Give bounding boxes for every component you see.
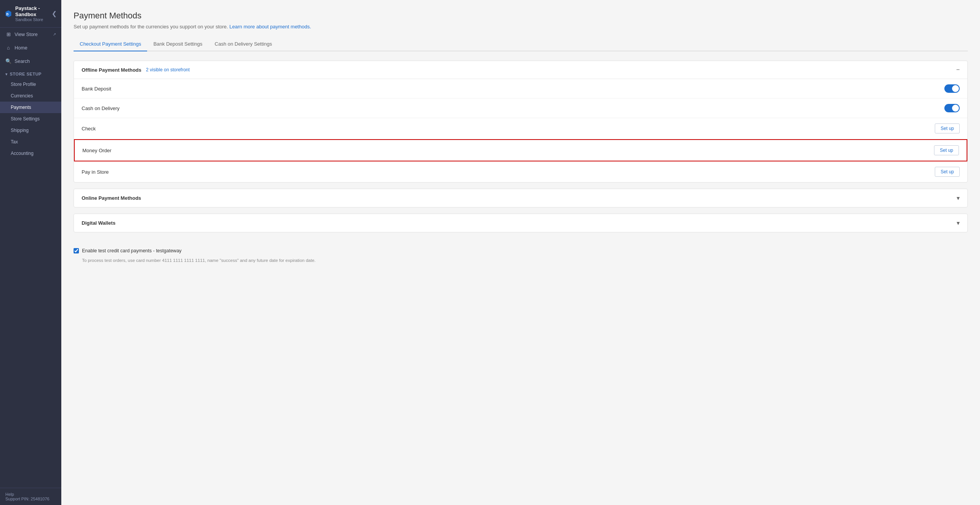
sidebar-item-label: View Store bbox=[15, 32, 38, 37]
payment-row-bank-deposit: Bank Deposit bbox=[74, 79, 967, 99]
page-description: Set up payment methods for the currencie… bbox=[74, 24, 968, 30]
sidebar-item-currencies[interactable]: Currencies bbox=[0, 90, 61, 102]
bank-deposit-toggle[interactable] bbox=[944, 84, 960, 93]
digital-wallets-header-left: Digital Wallets bbox=[82, 220, 115, 226]
test-card-info: To process test orders, use card number … bbox=[74, 258, 968, 263]
test-gateway-checkbox[interactable] bbox=[74, 248, 79, 253]
offline-section-chevron: − bbox=[956, 66, 960, 73]
sidebar-item-store-profile[interactable]: Store Profile bbox=[0, 79, 61, 90]
money-order-label: Money Order bbox=[82, 148, 111, 153]
sidebar-item-search[interactable]: 🔍 Search bbox=[0, 54, 61, 68]
digital-wallets-chevron: ▾ bbox=[957, 219, 960, 227]
sidebar-item-accounting[interactable]: Accounting bbox=[0, 148, 61, 159]
sidebar-item-store-settings[interactable]: Store Settings bbox=[0, 113, 61, 125]
test-gateway-info: Enable test credit card payments - testg… bbox=[82, 248, 182, 253]
main-content-area: Payment Methods Set up payment methods f… bbox=[61, 0, 980, 505]
section-label: Store Setup bbox=[10, 72, 42, 76]
sidebar-collapse-button[interactable]: ❮ bbox=[52, 10, 57, 17]
tab-bank-deposit[interactable]: Bank Deposit Settings bbox=[147, 37, 208, 51]
sidebar-item-tax[interactable]: Tax bbox=[0, 136, 61, 148]
digital-wallets-header[interactable]: Digital Wallets ▾ bbox=[74, 214, 967, 232]
store-sub: Sandbox Store bbox=[15, 17, 49, 22]
svg-text:B: B bbox=[6, 12, 8, 16]
learn-more-link[interactable]: Learn more about payment methods. bbox=[229, 24, 311, 30]
store-name: Paystack - Sandbox bbox=[15, 5, 49, 17]
online-section-chevron: ▾ bbox=[957, 194, 960, 202]
money-order-setup-button[interactable]: Set up bbox=[934, 145, 959, 155]
cash-on-delivery-slider bbox=[944, 104, 960, 112]
cash-on-delivery-label: Cash on Delivery bbox=[82, 105, 120, 111]
online-section-header[interactable]: Online Payment Methods ▾ bbox=[74, 189, 967, 207]
page-body: Payment Methods Set up payment methods f… bbox=[61, 0, 980, 505]
offline-section-badge: 2 visible on storefront bbox=[146, 67, 190, 72]
test-gateway-row: Enable test credit card payments - testg… bbox=[74, 239, 968, 257]
sidebar-logo: B Paystack - Sandbox Sandbox Store ❮ bbox=[0, 0, 61, 28]
check-setup-button[interactable]: Set up bbox=[935, 123, 960, 133]
payment-row-money-order: Money Order Set up bbox=[75, 140, 967, 161]
money-order-highlighted-wrapper: Money Order Set up bbox=[74, 139, 967, 161]
sidebar-item-label: Search bbox=[15, 59, 30, 64]
payment-row-cash-on-delivery: Cash on Delivery bbox=[74, 99, 967, 118]
sidebar-section-store-setup[interactable]: ▾ Store Setup bbox=[0, 68, 61, 79]
online-payment-methods-section: Online Payment Methods ▾ bbox=[74, 189, 968, 207]
offline-section-title: Offline Payment Methods bbox=[82, 67, 141, 73]
bank-deposit-slider bbox=[944, 84, 960, 93]
offline-payment-methods-section: Offline Payment Methods 2 visible on sto… bbox=[74, 61, 968, 183]
page-description-text: Set up payment methods for the currencie… bbox=[74, 24, 228, 30]
sidebar-item-label: Home bbox=[15, 45, 27, 51]
online-section-title: Online Payment Methods bbox=[82, 195, 141, 201]
support-pin: Support PIN: 25481076 bbox=[5, 497, 56, 501]
sidebar-item-payments[interactable]: Payments bbox=[0, 102, 61, 113]
sidebar-bottom: Help Support PIN: 25481076 bbox=[0, 488, 61, 505]
home-icon: ⌂ bbox=[5, 45, 11, 51]
sidebar-item-shipping[interactable]: Shipping bbox=[0, 125, 61, 136]
external-link-icon: ↗ bbox=[53, 32, 56, 36]
tab-cash-on-delivery[interactable]: Cash on Delivery Settings bbox=[208, 37, 278, 51]
store-info: Paystack - Sandbox Sandbox Store bbox=[15, 5, 49, 22]
section-collapse-icon: ▾ bbox=[5, 72, 8, 76]
bigcommerce-logo-icon: B bbox=[5, 8, 12, 19]
pay-in-store-label: Pay in Store bbox=[82, 169, 109, 175]
payment-row-check: Check Set up bbox=[74, 118, 967, 139]
payment-row-pay-in-store: Pay in Store Set up bbox=[74, 161, 967, 182]
sidebar: B Paystack - Sandbox Sandbox Store ❮ ⊞ V… bbox=[0, 0, 61, 505]
offline-section-header[interactable]: Offline Payment Methods 2 visible on sto… bbox=[74, 61, 967, 79]
sidebar-item-home[interactable]: ⌂ Home bbox=[0, 41, 61, 54]
test-gateway-label: Enable test credit card payments - testg… bbox=[82, 248, 182, 253]
page-title: Payment Methods bbox=[74, 11, 968, 21]
bank-deposit-label: Bank Deposit bbox=[82, 86, 111, 92]
search-icon: 🔍 bbox=[5, 58, 11, 64]
digital-wallets-title: Digital Wallets bbox=[82, 220, 115, 226]
pay-in-store-setup-button[interactable]: Set up bbox=[935, 167, 960, 177]
tabs-bar: Checkout Payment Settings Bank Deposit S… bbox=[74, 37, 968, 51]
cash-on-delivery-toggle[interactable] bbox=[944, 104, 960, 112]
tab-checkout-payment[interactable]: Checkout Payment Settings bbox=[74, 37, 147, 51]
check-label: Check bbox=[82, 126, 96, 132]
view-store-icon: ⊞ bbox=[5, 31, 11, 37]
digital-wallets-section: Digital Wallets ▾ bbox=[74, 214, 968, 232]
help-label: Help bbox=[5, 492, 56, 497]
offline-section-header-left: Offline Payment Methods 2 visible on sto… bbox=[82, 67, 190, 73]
online-section-header-left: Online Payment Methods bbox=[82, 195, 141, 201]
sidebar-item-view-store[interactable]: ⊞ View Store ↗ bbox=[0, 28, 61, 41]
